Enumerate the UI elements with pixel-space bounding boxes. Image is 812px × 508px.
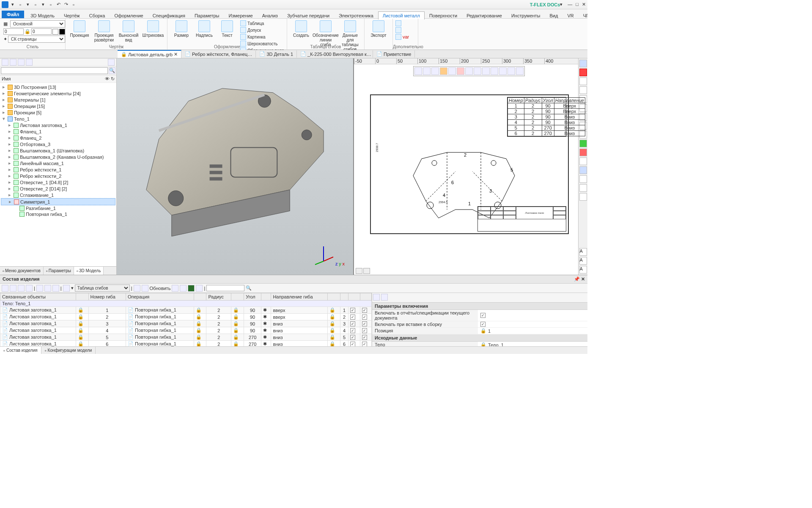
tree-node[interactable]: ▸Отверстие_1 [D4.8] [2] (1, 179, 115, 185)
3d-viewport[interactable]: z y x (117, 58, 354, 275)
undo-icon[interactable]: ↶ (55, 1, 62, 8)
rt-13[interactable] (579, 184, 587, 192)
rt-magnet-icon[interactable] (579, 69, 587, 76)
ribbon-small-btn[interactable]: Допуск (240, 27, 284, 33)
tree-node[interactable]: ▸Фланец_2 (1, 135, 115, 141)
tree-node[interactable]: ▸Ребро жёсткости_2 (1, 173, 115, 179)
doc-tab[interactable]: 📄Приветствие (373, 50, 415, 58)
tree-node[interactable]: ▸Листовая заготовка_1 (1, 122, 115, 128)
tree-btn-1[interactable] (2, 59, 8, 66)
chk-1[interactable]: ✓ (480, 313, 486, 318)
swatch-white[interactable] (52, 29, 58, 35)
mt-1[interactable] (414, 67, 422, 75)
num2-input[interactable] (31, 28, 52, 35)
tree-node[interactable]: ▾Тело_1 (1, 116, 115, 122)
tree-node[interactable]: Разгибание_1 (1, 205, 115, 211)
doc-tab[interactable]: 📄_К-225-000 Винторулевая к… (297, 50, 373, 58)
sheet-tab-2[interactable] (363, 268, 370, 274)
rt-cancel-icon[interactable] (579, 149, 587, 156)
mt-7[interactable] (465, 67, 473, 75)
bt-6[interactable] (44, 285, 51, 292)
ribbon-btn[interactable]: Создать (290, 19, 313, 38)
open-icon[interactable]: ▾ (25, 1, 31, 8)
table-row[interactable]: 📄 Листовая заготовка_1🔒4📄 Повторная гибк… (0, 327, 372, 334)
rt-text-a3-icon[interactable]: A (579, 266, 587, 273)
rt-12[interactable] (579, 175, 587, 183)
tree-node[interactable]: ▸Сглаживание_1 (1, 192, 115, 198)
bottom-search-input[interactable] (206, 285, 244, 291)
table-row[interactable]: 📄 Листовая заготовка_1🔒3📄 Повторная гибк… (0, 320, 372, 327)
doc-tab[interactable]: 📄Ребро жёсткости, Фланец… (181, 50, 256, 58)
qat-menu[interactable]: ▾ (9, 1, 16, 8)
ribbon-btn[interactable]: Текст (216, 19, 239, 38)
swatch-black[interactable] (59, 29, 65, 35)
file-tab[interactable]: Файл (2, 11, 24, 18)
tree-node[interactable]: ▸Фланец_1 (1, 128, 115, 135)
ribbon-btn[interactable]: Проекция (68, 19, 91, 38)
bt-11[interactable] (180, 285, 187, 292)
print-icon[interactable]: ▫ (47, 1, 54, 8)
ribbon-tab-16[interactable]: ЧПУ (579, 11, 587, 19)
tree-btn-2[interactable] (10, 59, 16, 66)
bt-1[interactable] (2, 285, 8, 292)
ribbon-btn[interactable]: Штриховка (142, 19, 165, 38)
sheet-tab-1[interactable] (356, 268, 362, 274)
app-icon[interactable] (2, 1, 8, 8)
mt-3[interactable] (431, 67, 439, 75)
redo-icon[interactable]: ↷ (63, 1, 69, 8)
left-tab[interactable]: ▫Параметры (44, 267, 74, 275)
tree-btn-3[interactable] (18, 59, 25, 66)
rt-14[interactable] (579, 193, 587, 201)
bt-excel-icon[interactable] (188, 285, 195, 292)
bottom-pin-icon[interactable]: 📌 ✕ (574, 276, 585, 282)
num1-input[interactable] (3, 28, 24, 35)
cs-combo[interactable]: СК страницы (8, 36, 65, 43)
mt-10[interactable] (491, 67, 498, 75)
bt-7[interactable] (52, 285, 59, 292)
tree-node[interactable]: ▸Материалы [1] (1, 97, 115, 103)
bt-10[interactable] (172, 285, 178, 292)
bottom-tab[interactable]: ▫Состав изделия (0, 347, 41, 354)
bt-8[interactable] (63, 285, 70, 292)
tree-node[interactable]: Повторная гибка_1 (1, 211, 115, 217)
mt-4[interactable] (440, 67, 447, 75)
tree-node[interactable]: ▸Отверстие_2 [D14] [2] (1, 185, 115, 192)
more-icon[interactable]: ▫ (70, 1, 77, 8)
ribbon-btn[interactable]: Надпись (193, 19, 216, 38)
maximize-icon[interactable]: □ (576, 2, 579, 7)
ribbon-small-btn[interactable]: Таблица (240, 20, 284, 26)
tree-node[interactable]: ▸Отбортовка_3 (1, 141, 115, 147)
table-row[interactable]: 📄 Листовая заготовка_1🔒1📄 Повторная гибк… (0, 307, 372, 314)
bt-5[interactable] (36, 285, 43, 292)
2d-viewport[interactable]: -50050100150200250300350400 НомерРадиусУ… (354, 58, 578, 275)
mt-6[interactable] (457, 67, 464, 75)
table-row[interactable]: 📄 Листовая заготовка_1🔒2📄 Повторная гибк… (0, 314, 372, 320)
refresh-label[interactable]: Обновить (150, 286, 171, 291)
tree-node[interactable]: ▸Выштамповка_2 (Канавка U-образная) (1, 154, 115, 160)
ribbon-btn[interactable]: Проекцияразвёртки (93, 19, 115, 42)
bt-2[interactable] (10, 285, 16, 292)
bt-3[interactable] (18, 285, 25, 292)
new-icon[interactable]: ▫ (17, 1, 24, 8)
chk-2[interactable]: ✓ (480, 322, 486, 327)
docs-link[interactable]: T-FLEX DOCs (530, 2, 560, 7)
ribbon-tab-11[interactable]: Поверхности (425, 11, 462, 19)
left-tab[interactable]: ▫3D Модель (74, 267, 104, 275)
tree-node[interactable]: ▸Операции [15] (1, 103, 115, 109)
mt-11[interactable] (499, 67, 507, 75)
rt-text-a-icon[interactable]: A (579, 248, 587, 256)
tree-btn-4[interactable] (26, 59, 33, 66)
mt-2[interactable] (423, 67, 431, 75)
search-go-icon[interactable]: 🔍 (109, 67, 115, 74)
doc-tab[interactable]: 📄3D Деталь 1 (256, 50, 297, 58)
rt-check-icon[interactable] (579, 140, 587, 147)
bt-4[interactable] (26, 285, 33, 292)
tree-node[interactable]: ▸Геометрические элементы [24] (1, 90, 115, 97)
tree-node[interactable]: ▸Линейный массив_1 (1, 160, 115, 166)
ribbon-small-btn[interactable]: Картинка (240, 34, 284, 40)
mt-13[interactable] (516, 67, 524, 75)
mt-5[interactable] (448, 67, 456, 75)
save-icon[interactable]: ▫ (32, 1, 39, 8)
rt-11[interactable] (579, 166, 587, 174)
layer-combo[interactable]: Основной (10, 20, 65, 28)
